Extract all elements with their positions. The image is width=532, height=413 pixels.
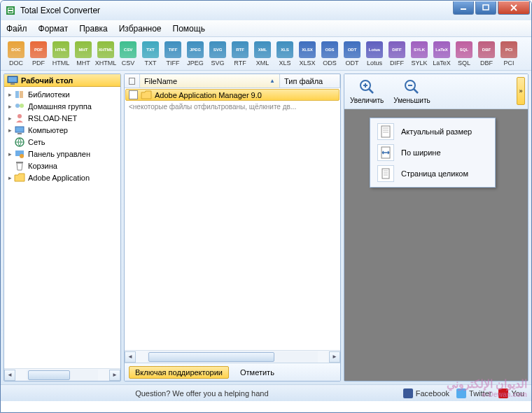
format-html[interactable]: HTMLHTML (50, 41, 72, 66)
format-lotus[interactable]: LotusLotus (363, 41, 386, 66)
format-pci[interactable]: PCIPCI (498, 41, 520, 66)
format-xlsx[interactable]: XLSXXLSX (296, 41, 318, 66)
filter-note[interactable]: <некоторые файлы отфильтрованы, щёлкните… (125, 102, 340, 112)
svg-rect-10 (20, 91, 23, 98)
svg-rect-15 (18, 133, 22, 134)
include-subdirs-button[interactable]: Включая поддиректории (129, 366, 229, 379)
format-label: DOC (9, 59, 23, 66)
scroll-left-icon[interactable]: ◄ (4, 370, 15, 381)
expand-arrow-icon[interactable]: ▸ (6, 127, 14, 134)
ctx-page-label: Страница целиком (401, 169, 468, 178)
ctx-fit-width[interactable]: По ширине (373, 142, 492, 163)
svg-point-18 (20, 154, 24, 158)
tree-item[interactable]: ▸Библиотеки (4, 88, 120, 100)
scroll-right-icon[interactable]: ► (329, 351, 340, 363)
col-filename[interactable]: FileName▲ (140, 74, 280, 88)
expand-arrow-icon[interactable]: ▸ (6, 150, 14, 158)
network-icon (14, 136, 25, 148)
format-ods[interactable]: ODSODS (318, 41, 341, 66)
zoom-out-label: Уменьшить (393, 97, 430, 104)
minimize-button[interactable] (453, 1, 474, 15)
zoom-in-button[interactable]: Увеличить (350, 78, 384, 104)
tree-item-label: Adobe Application (28, 174, 90, 182)
format-odt[interactable]: ODTODT (341, 41, 363, 66)
format-sql[interactable]: SQLSQL (453, 41, 475, 66)
col-filetype[interactable]: Тип файла (280, 74, 340, 88)
tree-item[interactable]: ▸Adobe Application (4, 172, 120, 183)
format-txt[interactable]: TXTTXT (139, 41, 162, 66)
format-sylk[interactable]: SYLKSYLK (408, 41, 430, 66)
svg-rect-19 (16, 162, 23, 163)
zoom-out-button[interactable]: Уменьшить (393, 78, 430, 104)
format-xls[interactable]: XLSXLS (274, 41, 296, 66)
window-title: Total Excel Converter (20, 6, 527, 15)
format-tiff[interactable]: TIFFTIFF (162, 41, 184, 66)
format-dbf[interactable]: DBFDBF (475, 41, 498, 66)
tree-item[interactable]: ▸RSLOAD·NET (4, 112, 120, 124)
format-xhtml[interactable]: XHTMLXHTML (94, 41, 117, 66)
menu-help[interactable]: Помощь (173, 24, 205, 34)
menu-format[interactable]: Формат (38, 24, 69, 34)
mark-button[interactable]: Отметить (234, 367, 280, 378)
format-label: MHT (76, 59, 90, 66)
titlebar[interactable]: Total Excel Converter (1, 1, 531, 20)
tree-item[interactable]: Корзина (4, 160, 120, 172)
menu-edit[interactable]: Правка (79, 24, 108, 34)
format-diff[interactable]: DIFFDIFF (386, 41, 408, 66)
scroll-right-icon[interactable]: ► (109, 370, 120, 381)
format-icon: SVG (209, 41, 226, 58)
expand-arrow-icon[interactable]: ▸ (6, 174, 14, 181)
tree-root[interactable]: Рабочий стол (4, 74, 120, 87)
format-icon: XHTML (97, 41, 114, 58)
social-facebook[interactable]: Facebook (403, 388, 449, 398)
tree-hscroll[interactable]: ◄ ► (4, 368, 120, 381)
scroll-left-icon[interactable]: ◄ (125, 351, 136, 363)
col-checkbox[interactable] (125, 74, 140, 88)
social-youtube[interactable]: You (498, 388, 524, 398)
format-icon: TXT (142, 41, 159, 58)
format-mht[interactable]: MHTMHT (72, 41, 94, 66)
format-label: ODT (346, 59, 359, 66)
svg-rect-3 (8, 11, 13, 13)
format-icon: SYLK (411, 41, 428, 58)
file-row[interactable]: Adobe Application Manager 9.0 (125, 89, 340, 101)
tree-item[interactable]: Сеть (4, 136, 120, 148)
row-checkbox[interactable] (129, 90, 138, 99)
expand-arrow-icon[interactable]: ▸ (6, 115, 14, 122)
help-text[interactable]: Question? We offer you a helping hand (8, 389, 396, 398)
format-label: TXT (145, 59, 157, 66)
format-csv[interactable]: CSVCSV (117, 41, 139, 66)
close-button[interactable] (498, 1, 530, 15)
ctx-actual-size[interactable]: Актуальный размер (373, 121, 492, 142)
format-label: CSV (122, 59, 135, 66)
tree-item[interactable]: ▸Компьютер (4, 124, 120, 136)
page-width-icon (377, 144, 394, 161)
user-icon (14, 113, 25, 124)
maximize-button[interactable] (475, 1, 496, 15)
format-icon: PDF (30, 41, 47, 58)
file-hscroll[interactable]: ◄ ► (125, 350, 340, 363)
format-xml[interactable]: XMLXML (251, 41, 274, 66)
page-whole-icon (377, 165, 394, 182)
folder-icon (141, 90, 152, 100)
format-pdf[interactable]: PDFPDF (27, 41, 50, 66)
format-rtf[interactable]: RTFRTF (229, 41, 251, 66)
menu-favorites[interactable]: Избранное (119, 24, 162, 34)
expand-arrow-icon[interactable]: ▸ (6, 103, 14, 110)
toolbar-overflow-button[interactable]: » (517, 77, 525, 105)
app-icon (5, 5, 16, 16)
social-twitter[interactable]: Twitter (456, 388, 491, 398)
ctx-whole-page[interactable]: Страница целиком (373, 163, 492, 184)
expand-arrow-icon[interactable]: ▸ (6, 91, 14, 98)
tree-item[interactable]: ▸Панель управлен (4, 148, 120, 160)
format-icon: DBF (478, 41, 495, 58)
menu-file[interactable]: Файл (6, 24, 27, 34)
format-latex[interactable]: LaTeXLaTeX (430, 41, 453, 66)
svg-rect-22 (382, 126, 390, 137)
format-svg[interactable]: SVGSVG (206, 41, 229, 66)
format-doc[interactable]: DOCDOC (5, 41, 27, 66)
tree-item[interactable]: ▸Домашняя группа (4, 100, 120, 112)
format-icon: Lotus (366, 41, 383, 58)
preview-panel: Увеличить Уменьшить » Актуальный размер (344, 74, 528, 382)
format-jpeg[interactable]: JPEGJPEG (184, 41, 206, 66)
